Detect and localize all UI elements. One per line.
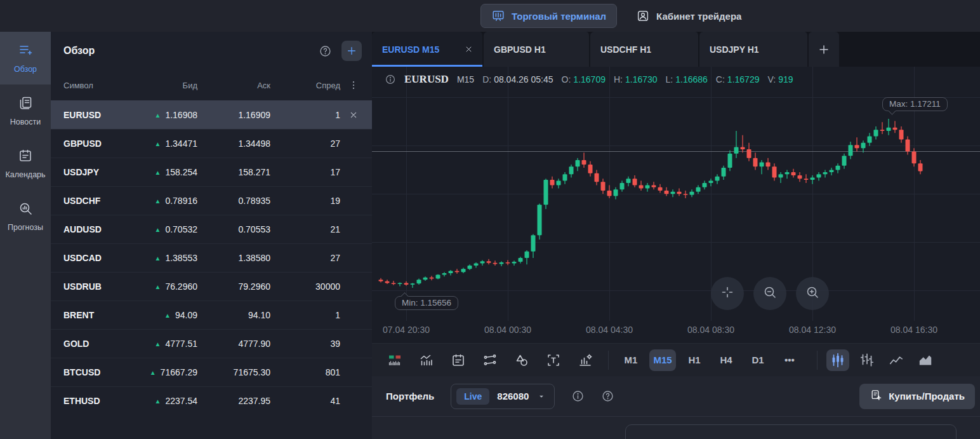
buy-sell-button[interactable]: Купить/Продать [859,384,975,409]
symbol-cell: USDRUB [63,281,121,292]
watchlist-row-EURUSD[interactable]: EURUSD▲1.169081.169091 [51,100,372,129]
calendar-button[interactable] [449,351,467,369]
chart-tab-label: USDJPY H1 [710,44,798,55]
close-icon[interactable] [464,44,473,54]
sidebar-item-overview[interactable]: Обзор [0,32,51,84]
ohlc-field-V: V:919 [767,74,793,84]
watchlist-row-GBPUSD[interactable]: GBPUSD▲1.344711.3449827 [51,129,372,158]
chart-tab-label: GBPUSD H1 [494,44,580,55]
account-select[interactable]: Live 826080 [451,384,555,409]
shapes-tool-button[interactable] [513,351,531,369]
spread-cell: 39 [270,339,340,349]
symbol-cell: USDCHF [63,196,121,206]
x-axis-label: 08.04 16:30 [879,325,949,335]
timeframe-H1[interactable]: H1 [681,349,708,371]
ohlc-header: EURUSD M15 D:08.04.26 05:45O:1.16709H:1.… [385,73,793,86]
timeframe-•••[interactable]: ••• [776,349,803,371]
watchlist-panel: Обзор СимволБидАскСпред EURUSD▲1.169081.… [51,32,372,439]
sidebar-item-news[interactable]: Новости [0,84,51,137]
chart-tab-GBPUSD-H1[interactable]: GBPUSD H1 [484,32,590,67]
zoom-out-button[interactable] [753,277,786,310]
chart-area[interactable]: EURUSD M15 D:08.04.26 05:45O:1.16709H:1.… [372,67,980,343]
text-tool-button[interactable] [545,351,562,369]
person-card-icon [636,9,650,23]
chart-symbol: EURUSD [404,73,449,86]
timeframe-H4[interactable]: H4 [713,349,739,371]
chart-tab-USDCHF-H1[interactable]: USDCHF H1 [590,32,699,67]
watchlist-row-USDJPY[interactable]: USDJPY▲158.254158.27117 [51,158,372,186]
symbol-cell: BRENT [63,310,121,320]
chart-tab-label: USDCHF H1 [600,44,689,55]
info-icon[interactable] [571,389,585,403]
line-chart-icon [888,352,904,368]
spread-cell: 27 [270,253,340,263]
timeframe-M1[interactable]: M1 [618,349,644,371]
up-triangle-icon: ▲ [154,226,161,233]
ohlc-field-L: L:1.16686 [666,74,708,84]
zoom-in-button[interactable] [796,277,829,310]
watchlist-row-BRENT[interactable]: BRENT▲94.0994.101 [51,301,372,329]
chart-tab-label: EURUSD M15 [382,44,447,55]
watchlist-row-USDRUB[interactable]: USDRUB▲76.296079.296030000 [51,272,372,301]
live-badge: Live [456,388,489,405]
trader-cabinet-label: Кабинет трейдера [656,11,741,22]
symbol-cell: EURUSD [63,110,121,120]
portfolio-header-row: Портфель Live 826080 Купить/Продать [372,376,980,417]
up-triangle-icon: ▲ [154,112,161,119]
watchlist-row-USDCAD[interactable]: USDCAD▲1.385531.3858027 [51,243,372,272]
new-chart-tab-button[interactable] [809,32,839,67]
ask-cell: 0.70553 [197,224,270,234]
watchlist-row-AUDUSD[interactable]: AUDUSD▲0.705320.7055321 [51,215,372,243]
up-triangle-icon: ▲ [154,398,161,405]
add-symbol-button[interactable] [341,41,362,61]
ohlc-field-H: H:1.16730 [614,74,658,84]
crosshair-button[interactable] [711,277,744,310]
buy-sell-label: Купить/Продать [889,391,965,402]
chart-type-bars-button[interactable] [856,349,878,371]
zoom-in-icon [805,285,820,302]
chart-type-line-button[interactable] [885,349,908,371]
ask-cell: 1.34498 [197,138,270,149]
candles-chart-icon [830,352,846,368]
column-header-Аск: Аск [197,81,270,90]
chart-type-candles-button[interactable] [826,349,849,371]
x-axis-label: 08.04 04:30 [574,325,644,335]
sidebar-item-calendar[interactable]: Календарь [0,137,51,190]
chart-tab-USDJPY-H1[interactable]: USDJPY H1 [699,32,809,67]
timeframe-D1[interactable]: D1 [745,349,771,371]
ask-cell: 0.78935 [197,196,270,206]
trader-cabinet-button[interactable]: Кабинет трейдера [626,4,752,28]
indicators-button[interactable] [418,351,435,369]
ask-cell: 158.271 [197,167,270,177]
help-icon[interactable] [601,389,614,403]
terminal-mode-label: Торговый терминал [512,11,606,22]
close-icon[interactable] [340,110,367,120]
symbol-cell: GBPUSD [63,138,121,149]
watchlist-row-ETHUSD[interactable]: ETHUSD▲2237.542237.9541 [51,386,372,415]
timeframe-M15[interactable]: M15 [649,349,676,371]
ohlc-field-D: D:08.04.26 05:45 [482,74,553,84]
chart-objects-button[interactable] [576,351,594,369]
toolbar-divider [817,351,818,370]
news-icon [18,95,33,113]
watchlist-row-GOLD[interactable]: GOLD▲4777.514777.9039 [51,329,372,358]
watchlist-row-BTCUSD[interactable]: BTCUSD▲71667.2971675.30801 [51,358,372,386]
chart-type-area-button[interactable] [914,349,937,371]
quotes-panel-button[interactable] [386,351,404,369]
chart-tab-EURUSD-M15[interactable]: EURUSD M15 [372,32,484,67]
spread-cell: 1 [270,310,340,320]
lines-tool-button[interactable] [481,351,499,369]
ask-cell: 1.16909 [197,110,270,120]
help-icon[interactable] [319,44,332,58]
sidebar-item-forecasts[interactable]: Прогнозы [0,190,51,243]
symbol-cell: USDCAD [63,253,121,263]
ask-cell: 79.2960 [197,281,270,292]
ohlc-field-O: O:1.16709 [562,74,606,84]
account-number: 826080 [497,391,529,402]
info-icon[interactable] [385,74,396,85]
up-triangle-icon: ▲ [150,369,156,376]
terminal-mode-button[interactable]: Торговый терминал [480,4,617,28]
kebab-menu-icon[interactable] [340,79,367,91]
bid-cell: ▲1.34471 [121,138,197,149]
watchlist-row-USDCHF[interactable]: USDCHF▲0.789160.7893519 [51,186,372,215]
